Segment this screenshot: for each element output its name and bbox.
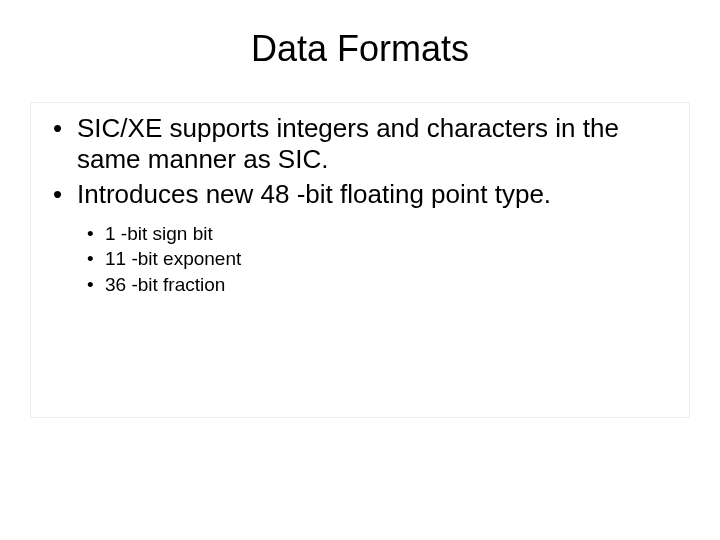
main-bullet-item: Introduces new 48 -bit floating point ty… — [41, 179, 679, 210]
content-box: SIC/XE supports integers and characters … — [30, 102, 690, 418]
slide-title: Data Formats — [30, 28, 690, 70]
main-bullet-list: SIC/XE supports integers and characters … — [41, 113, 679, 211]
sub-bullet-item: 1 -bit sign bit — [81, 221, 679, 247]
main-bullet-item: SIC/XE supports integers and characters … — [41, 113, 679, 175]
sub-bullet-item: 36 -bit fraction — [81, 272, 679, 298]
sub-bullet-list: 1 -bit sign bit 11 -bit exponent 36 -bit… — [81, 221, 679, 298]
slide: Data Formats SIC/XE supports integers an… — [0, 0, 720, 540]
sub-bullet-item: 11 -bit exponent — [81, 246, 679, 272]
